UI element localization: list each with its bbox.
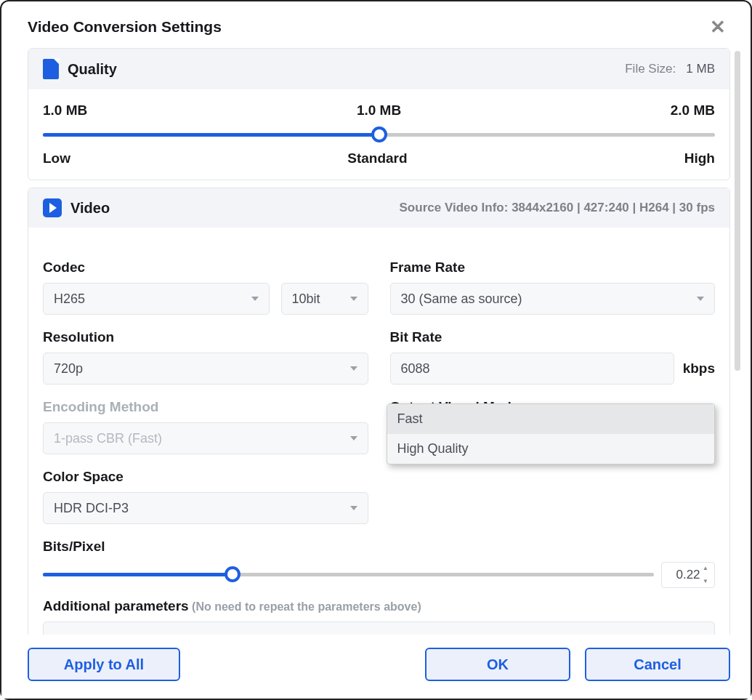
color-space-select[interactable]: HDR DCI-P3 bbox=[43, 492, 368, 524]
dialog-title: Video Conversion Settings bbox=[28, 18, 222, 36]
color-space-field: Color Space HDR DCI-P3 bbox=[43, 469, 368, 524]
bitrate-input[interactable]: 6088 bbox=[390, 353, 674, 385]
additional-parameters-field: Additional parameters (No need to repeat… bbox=[43, 598, 715, 635]
resolution-label: Resolution bbox=[43, 329, 368, 345]
file-size-value: 1 MB bbox=[686, 62, 715, 76]
apply-to-all-button[interactable]: Apply to All bbox=[28, 648, 180, 681]
bits-per-pixel-value[interactable]: 0.22 ▲▼ bbox=[661, 562, 715, 588]
codec-field: Codec H265 10bit bbox=[43, 260, 368, 315]
ok-button[interactable]: OK bbox=[425, 648, 570, 681]
bits-per-pixel-label: Bits/Pixel bbox=[43, 539, 715, 555]
bitrate-label: Bit Rate bbox=[390, 329, 716, 345]
bits-per-pixel-field: Bits/Pixel 0.22 ▲▼ bbox=[43, 539, 715, 588]
framerate-select[interactable]: 30 (Same as source) bbox=[390, 283, 716, 315]
chevron-down-icon bbox=[251, 297, 259, 301]
quality-title: Quality bbox=[68, 61, 117, 78]
dialog-footer: Apply to All OK Cancel bbox=[1, 635, 751, 699]
chevron-down-icon bbox=[350, 506, 357, 510]
framerate-label: Frame Rate bbox=[390, 260, 716, 275]
resolution-field: Resolution 720p bbox=[43, 329, 368, 385]
color-space-label: Color Space bbox=[43, 469, 368, 485]
file-size-label: File Size: bbox=[625, 62, 676, 76]
scrollbar[interactable] bbox=[735, 51, 740, 371]
close-icon[interactable]: ✕ bbox=[705, 17, 730, 36]
file-size-readout: File Size: 1 MB bbox=[625, 62, 715, 76]
quality-standard-label: Standard bbox=[347, 150, 407, 166]
dropdown-item-fast[interactable]: Fast bbox=[387, 404, 715, 434]
quality-low-mb: 1.0 MB bbox=[43, 102, 87, 118]
dialog-header: Video Conversion Settings ✕ bbox=[1, 1, 751, 48]
quality-mid-mb: 1.0 MB bbox=[357, 102, 401, 118]
bits-per-pixel-slider[interactable] bbox=[43, 566, 654, 584]
source-video-info: Source Video Info: 3844x2160 | 427:240 |… bbox=[400, 201, 715, 215]
dropdown-item-high-quality[interactable]: High Quality bbox=[387, 434, 715, 464]
spinner-icon[interactable]: ▲▼ bbox=[703, 566, 711, 584]
additional-parameters-input[interactable] bbox=[43, 621, 715, 635]
additional-parameters-label: Additional parameters bbox=[43, 598, 189, 613]
bitrate-field: Bit Rate 6088 kbps bbox=[390, 329, 716, 385]
play-icon bbox=[43, 198, 62, 217]
encoding-method-select: 1-pass CBR (Fast) bbox=[43, 422, 368, 454]
quality-slider[interactable] bbox=[43, 126, 715, 145]
video-header: Video Source Video Info: 3844x2160 | 427… bbox=[28, 188, 729, 228]
output-visual-mode-dropdown: Fast High Quality bbox=[387, 403, 716, 464]
dialog-body: Quality File Size: 1 MB 1.0 MB 1.0 MB 2.… bbox=[1, 48, 751, 635]
quality-header: Quality File Size: 1 MB bbox=[28, 49, 729, 89]
bitdepth-select[interactable]: 10bit bbox=[281, 283, 368, 315]
video-conversion-dialog: Video Conversion Settings ✕ Quality File… bbox=[0, 0, 752, 700]
quality-high-mb: 2.0 MB bbox=[671, 102, 715, 118]
chevron-down-icon bbox=[697, 297, 704, 301]
file-icon bbox=[43, 59, 59, 79]
chevron-down-icon bbox=[350, 366, 357, 371]
cancel-button[interactable]: Cancel bbox=[585, 648, 730, 681]
codec-label: Codec bbox=[43, 260, 368, 275]
framerate-field: Frame Rate 30 (Same as source) bbox=[390, 260, 716, 315]
codec-select[interactable]: H265 bbox=[43, 283, 270, 315]
quality-high-label: High bbox=[684, 150, 715, 166]
video-title: Video bbox=[70, 200, 110, 217]
additional-parameters-hint: (No need to repeat the parameters above) bbox=[192, 600, 421, 613]
chevron-down-icon bbox=[350, 297, 357, 301]
encoding-method-field: Encoding Method 1-pass CBR (Fast) bbox=[43, 399, 368, 454]
video-section: Video Source Video Info: 3844x2160 | 427… bbox=[28, 188, 730, 635]
resolution-select[interactable]: 720p bbox=[43, 353, 368, 385]
bitrate-unit: kbps bbox=[683, 361, 715, 377]
chevron-down-icon bbox=[350, 436, 357, 440]
quality-section: Quality File Size: 1 MB 1.0 MB 1.0 MB 2.… bbox=[28, 48, 730, 180]
encoding-method-label: Encoding Method bbox=[43, 399, 368, 415]
quality-low-label: Low bbox=[43, 150, 70, 166]
